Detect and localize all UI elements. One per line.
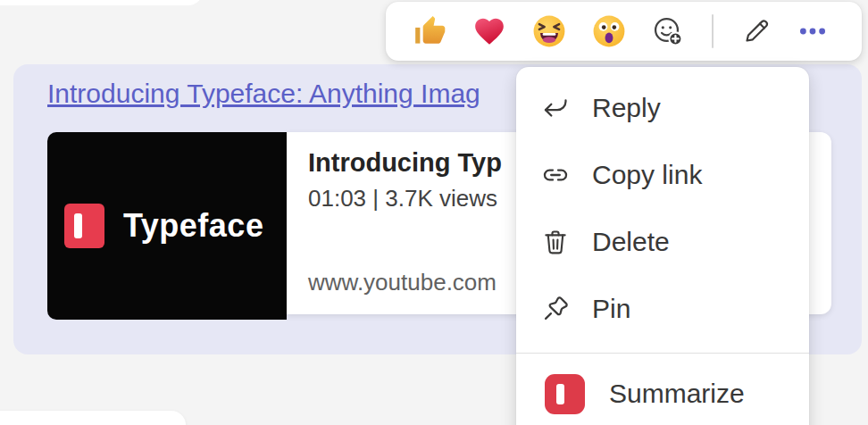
video-domain: www.youtube.com	[308, 269, 497, 296]
menu-item-label: Pin	[592, 294, 630, 324]
message-actions-toolbar	[386, 2, 862, 61]
thumbs-up-emoji	[413, 14, 447, 48]
more-options-button[interactable]	[797, 16, 828, 46]
menu-item-label: Reply	[592, 93, 661, 123]
link-icon	[540, 160, 571, 190]
menu-item-summarize[interactable]: Summarize	[516, 354, 809, 425]
chat-message-region: Introducing Typeface: Anything Imag Type…	[0, 0, 868, 425]
typeface-logo-text: Typeface	[123, 207, 263, 245]
reply-icon	[540, 93, 571, 123]
menu-item-label: Summarize	[609, 379, 745, 409]
typeface-logo-icon	[64, 204, 104, 248]
pin-icon	[540, 294, 571, 324]
next-message-bubble-edge	[0, 411, 186, 425]
add-reaction-icon	[652, 15, 684, 47]
menu-item-reply[interactable]: Reply	[516, 74, 809, 141]
like-reaction-button[interactable]	[413, 14, 447, 48]
typeface-app-icon	[545, 374, 585, 414]
video-thumbnail[interactable]: Typeface	[47, 132, 287, 320]
menu-item-delete[interactable]: Delete	[516, 208, 809, 275]
ellipsis-icon	[797, 16, 828, 46]
add-reaction-button[interactable]	[652, 15, 684, 47]
menu-item-pin[interactable]: Pin	[516, 275, 809, 342]
laugh-reaction-button[interactable]	[532, 14, 566, 48]
surprised-emoji	[592, 14, 626, 48]
menu-item-label: Delete	[592, 227, 670, 257]
previous-message-bubble-edge	[0, 0, 203, 5]
video-link[interactable]: Introducing Typeface: Anything Imag	[47, 77, 480, 111]
edit-message-button[interactable]	[741, 16, 772, 46]
surprised-reaction-button[interactable]	[592, 14, 626, 48]
toolbar-divider	[712, 14, 714, 48]
pencil-icon	[741, 16, 772, 46]
menu-item-label: Copy link	[592, 160, 702, 190]
menu-item-copy-link[interactable]: Copy link	[516, 141, 809, 208]
heart-reaction-button[interactable]	[472, 14, 506, 48]
trash-icon	[540, 227, 571, 257]
laughing-emoji	[532, 14, 566, 48]
typeface-logo: Typeface	[64, 204, 263, 248]
heart-emoji	[472, 14, 506, 48]
message-context-menu: Reply Copy link Delete	[516, 67, 809, 425]
